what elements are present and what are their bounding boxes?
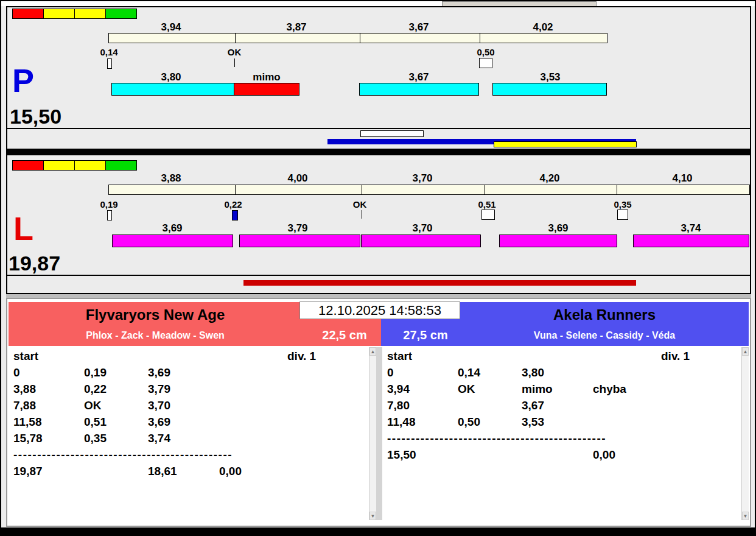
dog-time-label: mimo	[236, 71, 297, 83]
segment-divider	[485, 185, 485, 195]
datetime-display: 12.10.2025 14:58:53	[299, 302, 460, 319]
results-separator-row: ----------------------------------------…	[382, 432, 749, 448]
cell-cross: 0,50	[458, 415, 480, 429]
results-row: 15,78 0,35 3,74	[9, 432, 376, 448]
crossing-label: 0,51	[457, 199, 517, 210]
dog-time-label: 3,69	[142, 222, 203, 234]
cell-penalty: 0,00	[219, 465, 242, 478]
results-row: 3,88 0,22 3,79	[9, 383, 376, 399]
dog-run-bar	[112, 234, 233, 247]
dog-time-label: 3,79	[267, 222, 328, 234]
start-light-yellow-2	[74, 9, 106, 19]
cell-time: 3,69	[148, 415, 170, 429]
dog-run-bar	[239, 234, 360, 247]
start-lights	[12, 9, 137, 19]
scoreboard-window: 3,94 3,87 3,67 4,02 0,14 OK 0,50 P 3,80 …	[0, 0, 756, 536]
scroll-down-button[interactable]: ▼	[369, 512, 376, 520]
scrollbar[interactable]: ▲ ▼	[741, 347, 749, 520]
cell-time: 3,74	[148, 432, 170, 445]
cell-total: 15,50	[387, 448, 416, 462]
progress-bar-white	[360, 130, 424, 137]
crossing-tick	[362, 210, 362, 219]
crossing-label: 0,50	[455, 47, 516, 57]
lane-l-total-time: 19,87	[9, 253, 60, 273]
scroll-up-button[interactable]: ▲	[369, 347, 376, 356]
team-left-height-badge: 22,5 cm	[309, 328, 380, 342]
start-light-yellow-1	[43, 9, 75, 19]
cell-time: 3,79	[148, 383, 170, 396]
lane-l-panel: 3,88 4,00 3,70 4,20 4,10 0,19 0,22 OK 0,…	[6, 154, 751, 294]
lane-l-letter: L	[13, 214, 33, 244]
crossing-marker	[481, 210, 495, 220]
start-light-green	[105, 160, 137, 171]
cell-time: 3,53	[522, 415, 544, 429]
cell-cross: 0,14	[458, 366, 480, 379]
dog-time-label: 3,53	[520, 71, 581, 83]
split-time-label: 4,00	[267, 172, 328, 185]
division-label: div. 1	[661, 350, 690, 363]
cell-split: 3,88	[13, 383, 36, 396]
start-light-red	[12, 9, 44, 19]
window-tab[interactable]	[442, 1, 597, 6]
cell-cross: 0,51	[84, 415, 107, 429]
cell-clean-time: 18,61	[148, 465, 177, 478]
dog-time-label: 3,69	[528, 222, 589, 234]
split-time-label: 3,94	[141, 21, 201, 34]
segment-divider	[235, 185, 236, 195]
division-label: div. 1	[287, 350, 316, 363]
crossing-marker-fault	[232, 210, 238, 220]
results-row: 11,48 0,50 3,53	[382, 415, 749, 432]
crossing-marker	[617, 210, 628, 220]
segment-divider	[235, 33, 236, 43]
separator-line	[7, 275, 750, 276]
cell-cross: 0,35	[84, 432, 107, 445]
segment-divider	[362, 185, 362, 195]
cell-time: 3,70	[148, 399, 170, 412]
bottom-black-bar	[1, 527, 755, 535]
dog-run-bar	[359, 83, 479, 96]
results-total-row: 19,87 18,61 0,00	[9, 465, 376, 481]
crossing-marker	[479, 58, 492, 68]
match-info-section: Flyvaryors New Age Phlox - Zack - Meadow…	[6, 298, 751, 527]
results-total-row: 15,50 0,00	[382, 448, 749, 465]
scroll-up-button[interactable]: ▲	[742, 347, 749, 356]
dog-time-label: 3,70	[392, 222, 453, 234]
cell-time: 3,67	[522, 399, 544, 412]
scroll-down-button[interactable]: ▼	[742, 512, 749, 520]
cell-time: 3,80	[522, 366, 544, 379]
crossing-label: OK	[204, 47, 265, 57]
crossing-marker	[107, 58, 112, 69]
team-right-lineup: Vuna - Selene - Cassidy - Véda	[460, 330, 749, 341]
crossing-marker	[107, 210, 112, 220]
split-time-label: 3,70	[392, 172, 453, 185]
progress-bar-yellow	[494, 141, 637, 147]
results-row: 7,80 3,67	[382, 399, 749, 415]
cell-split: 3,94	[387, 383, 410, 396]
dog-run-bar	[633, 234, 749, 247]
cell-split: 11,58	[13, 415, 42, 429]
dog-run-bar	[361, 234, 481, 247]
start-label: start	[13, 350, 38, 363]
lane-p-panel: 3,94 3,87 3,67 4,02 0,14 OK 0,50 P 3,80 …	[6, 6, 751, 150]
crossing-label: 0,14	[79, 47, 139, 57]
dog-time-label: 3,80	[141, 71, 201, 83]
dog-time-label: 3,67	[388, 71, 449, 83]
results-separator-row: ----------------------------------------…	[9, 448, 376, 465]
dog-run-bar	[492, 83, 607, 96]
cell-cross: OK	[458, 383, 475, 396]
crossing-label: OK	[329, 199, 390, 210]
crossing-label: 0,35	[592, 199, 653, 210]
results-header-row: start div. 1	[9, 350, 376, 366]
results-divider	[376, 347, 382, 520]
cell-total: 19,87	[13, 465, 43, 478]
team-left-name: Flyvaryors New Age	[9, 306, 302, 323]
dog-run-bar	[499, 234, 617, 247]
results-header-row: start div. 1	[382, 350, 749, 366]
split-timeline-bar	[108, 185, 750, 195]
scrollbar[interactable]: ▲ ▼	[369, 347, 376, 520]
panel-divider	[6, 150, 751, 154]
results-table-left: start div. 1 0 0,19 3,69 3,88 0,22 3,79 …	[9, 347, 376, 520]
results-row: 3,94 OK mimo chyba	[382, 383, 749, 399]
split-time-label: 4,02	[513, 21, 573, 34]
segment-divider	[360, 33, 360, 43]
